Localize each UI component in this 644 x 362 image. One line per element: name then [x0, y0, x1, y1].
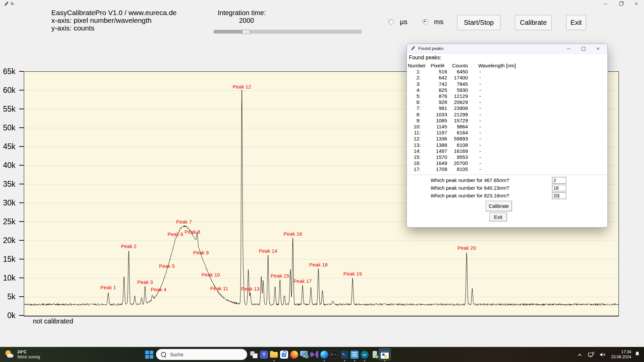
calibrate-button[interactable]: Calibrate	[515, 15, 552, 30]
peak-label: Peak 11	[210, 286, 228, 291]
peak-table-cell: -	[475, 154, 532, 160]
peak-label: Peak 4	[151, 287, 166, 292]
close-icon[interactable]: ✕	[629, 0, 644, 8]
y-tick-label: 55k	[0, 105, 15, 113]
dialog-calibrate-button[interactable]: Calibrate	[486, 201, 512, 211]
peak-table-cell: 20629	[451, 99, 475, 105]
text-caret	[559, 194, 559, 198]
peak-table-cell: 13:	[408, 142, 429, 148]
network-display-icon[interactable]	[588, 352, 594, 357]
peak-number-input[interactable]: 16	[552, 185, 566, 191]
arduino-icon[interactable]: ∞	[360, 347, 370, 362]
start-button[interactable]	[145, 351, 153, 359]
tray-clock[interactable]: 17:34 23.06.2024	[611, 350, 631, 360]
running-indicator-dot	[354, 360, 355, 361]
search-input[interactable]: Suche	[156, 349, 247, 360]
running-indicator-dot	[324, 360, 325, 361]
peak-table-header: Pixel#	[429, 63, 451, 69]
dialog-close-icon[interactable]: ✕	[591, 44, 605, 53]
peak-label: Peak 5	[159, 263, 175, 269]
edge-icon[interactable]	[319, 347, 329, 362]
divider	[407, 175, 607, 175]
peak-table-cell: 6164	[451, 130, 475, 136]
peak-table-cell: 9553	[451, 154, 475, 160]
slider-thumb[interactable]	[242, 29, 250, 34]
task-view-icon[interactable]	[249, 347, 259, 362]
peak-number-input[interactable]: 2	[552, 177, 566, 184]
radio-us-label: µs	[400, 18, 408, 26]
peak-table-cell: 1649	[429, 160, 451, 166]
cmd-icon[interactable]: C:\_	[329, 347, 339, 362]
peak-table-cell: -	[475, 148, 532, 154]
y-tick-label: 65k	[0, 67, 15, 76]
radio-us-circle[interactable]	[388, 19, 394, 24]
peak-table-header: Number	[408, 63, 429, 69]
radio-ms[interactable]: ms	[423, 18, 443, 26]
visual-studio-icon[interactable]	[309, 347, 319, 362]
sun-cloud-icon	[5, 350, 15, 360]
peak-table-cell: 12:	[408, 136, 429, 142]
notification-bell-icon[interactable]	[635, 351, 640, 358]
y-axis: 0k5k10k15k20k25k30k35k40k45k50k55k60k65k	[0, 71, 24, 315]
tray-date: 23.06.2024	[611, 355, 631, 360]
radio-us[interactable]: µs	[388, 18, 408, 26]
file-explorer-icon[interactable]	[269, 347, 279, 362]
minimize-icon[interactable]	[598, 0, 613, 8]
peak-label: Peak 14	[259, 248, 277, 254]
restore-icon[interactable]	[613, 0, 629, 8]
peak-table-cell: 742	[429, 81, 451, 87]
peak-table-cell: 4:	[408, 87, 429, 93]
peak-table-cell: 516	[429, 69, 451, 75]
python-app-icon[interactable]	[380, 347, 390, 362]
firefox-icon[interactable]	[289, 347, 299, 362]
y-tick-mark	[19, 109, 24, 109]
system-tray: 17:34 23.06.2024	[578, 347, 644, 362]
input-value: 20	[553, 193, 559, 199]
integration-time-slider[interactable]	[214, 29, 362, 34]
pc-icon[interactable]	[299, 347, 309, 362]
y-tick-label: 40k	[0, 161, 15, 170]
peak-table-cell: 9864	[451, 124, 475, 130]
phone-link-icon[interactable]: ▶	[370, 347, 380, 362]
dialog-titlebar[interactable]: Found peaks ✕	[407, 44, 607, 54]
notepadpp-icon[interactable]	[350, 347, 360, 362]
peak-table-cell: 5:	[408, 93, 429, 99]
peak-table-cell: -	[475, 75, 532, 81]
peak-table-cell: 16:	[408, 160, 429, 166]
input-value: 16	[553, 185, 559, 191]
weather-widget[interactable]: 24°C Meist sonnig	[5, 347, 40, 362]
peak-table-cell: -	[475, 118, 532, 124]
calibration-status: not calibrated	[33, 317, 73, 325]
start-stop-button[interactable]: Start/Stop	[457, 15, 500, 30]
weather-condition: Meist sonnig	[17, 355, 40, 360]
exit-button[interactable]: Exit	[566, 15, 586, 30]
y-tick-label: 10k	[0, 274, 15, 282]
peak-table-cell: 876	[429, 93, 451, 99]
dialog-title: Found peaks	[418, 46, 443, 51]
dialog-exit-button[interactable]: Exit	[489, 213, 507, 221]
peak-table-cell: 11:	[408, 130, 429, 136]
y-tick-mark	[19, 165, 24, 166]
peak-table-cell: -	[475, 93, 532, 99]
peak-table-cell: 7845	[451, 81, 475, 87]
dialog-maximize-icon[interactable]	[576, 44, 591, 53]
main-window-titlebar: tk ✕	[0, 0, 644, 8]
store-icon[interactable]	[279, 347, 289, 362]
peak-table-cell: 2:	[408, 75, 429, 81]
peak-table-cell: 15:	[408, 154, 429, 160]
dialog-minimize-icon[interactable]	[561, 44, 576, 53]
teams-icon[interactable]: T	[259, 347, 269, 362]
volume-muted-icon[interactable]	[600, 352, 606, 357]
peak-table-header: Counts	[451, 63, 475, 69]
found-peaks-dialog: Found peaks ✕ Found peaks: NumberPixel#C…	[407, 44, 608, 228]
tray-chevron-up-icon[interactable]	[578, 352, 582, 358]
peak-table-cell: -	[475, 69, 532, 75]
powershell-icon[interactable]: >_	[339, 347, 350, 362]
peak-label: Peak 16	[283, 231, 302, 237]
peak-table-cell: 1497	[429, 148, 451, 154]
peak-number-input[interactable]: 20	[552, 192, 566, 199]
window-title: tk	[11, 1, 14, 6]
y-tick-mark	[19, 259, 24, 259]
peak-label: Peak 10	[202, 272, 220, 278]
radio-ms-circle[interactable]	[423, 19, 428, 24]
